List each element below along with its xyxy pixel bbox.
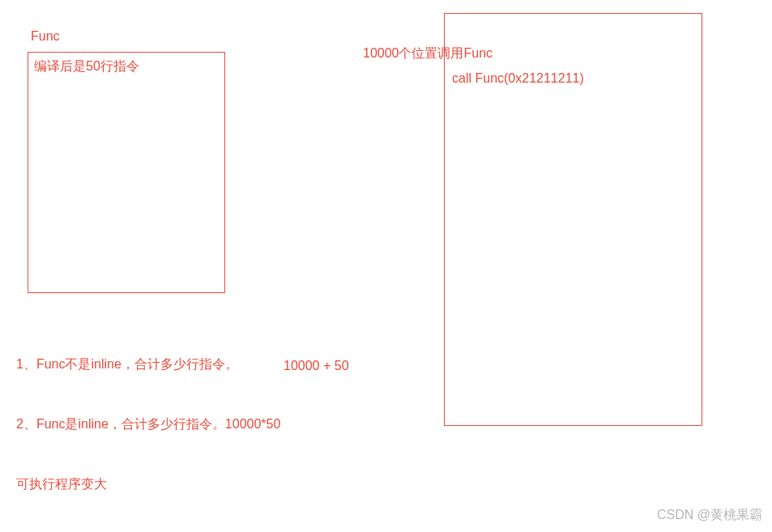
point-1-text: 1、Func不是inline，合计多少行指令。 (16, 356, 238, 373)
right-box-title: 10000个位置调用Func (363, 45, 493, 62)
point-1-calculation: 10000 + 50 (284, 359, 349, 373)
point-2-text: 2、Func是inline，合计多少行指令。10000*50 (16, 416, 280, 433)
point-3-text: 可执行程序变大 (16, 476, 107, 493)
left-func-box (28, 52, 225, 293)
right-box-call-line: call Func(0x21211211) (452, 71, 584, 86)
watermark: CSDN @黄桃果霸 (657, 507, 762, 524)
left-box-content: 编译后是50行指令 (34, 58, 139, 75)
func-label: Func (31, 29, 60, 44)
